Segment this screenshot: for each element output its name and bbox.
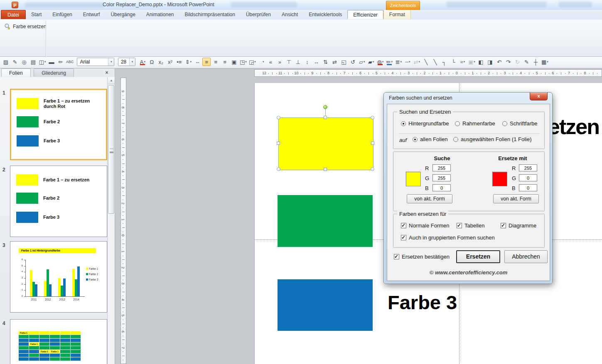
- ribbon-tab-überprüfen[interactable]: Überprüfen: [241, 10, 276, 19]
- ribbon-tab-einfügen[interactable]: Einfügen: [47, 10, 77, 19]
- search-color-swatch[interactable]: [406, 172, 421, 186]
- send-backward-icon[interactable]: ▰: [367, 58, 375, 66]
- center-horizontal-icon[interactable]: ↔: [312, 58, 320, 66]
- radio-rahmenfarbe[interactable]: Rahmenfarbe: [455, 120, 495, 127]
- scrollbar-thumb[interactable]: [108, 85, 114, 214]
- open-file-icon[interactable]: ▨: [2, 58, 10, 66]
- ribbon-tab-bildschirmpräsentation[interactable]: Bildschirmpräsentation: [179, 10, 241, 19]
- replace-confirm-button[interactable]: Ersetzen: [456, 250, 500, 263]
- resize-handle-w[interactable]: [277, 142, 280, 145]
- autofit-text-icon[interactable]: ⇔: [193, 58, 201, 66]
- ribbon-tab-ansicht[interactable]: Ansicht: [276, 10, 303, 19]
- bring-forward-icon[interactable]: ▱: [358, 58, 366, 66]
- elbow-connector-icon[interactable]: ┐: [440, 58, 448, 66]
- line-weight-icon[interactable]: ≣: [394, 58, 403, 66]
- radio-schriftfarbe[interactable]: Schriftfarbe: [502, 120, 537, 127]
- slide-text-farbe3[interactable]: Farbe 3: [388, 291, 457, 314]
- flip-vertical-icon[interactable]: ◨: [486, 58, 494, 66]
- panel-scrollbar[interactable]: ▲: [107, 77, 115, 364]
- line-icon[interactable]: ╲: [422, 58, 430, 66]
- align-left-icon[interactable]: ≡: [202, 58, 211, 66]
- format-painter-icon[interactable]: ✏: [57, 58, 65, 66]
- checkbox-auch-in-gruppierten-formen-suchen[interactable]: Auch in gruppierten Formen suchen: [401, 235, 495, 241]
- freeform-icon[interactable]: ≈: [458, 58, 467, 66]
- line-2-icon[interactable]: ╲: [431, 58, 439, 66]
- green-rectangle-shape[interactable]: [278, 195, 373, 247]
- document-icon[interactable]: ▤: [29, 58, 37, 66]
- rotation-handle[interactable]: [323, 105, 327, 109]
- align-bottom-icon[interactable]: ⊥: [294, 58, 302, 66]
- resize-handle-se[interactable]: [371, 167, 374, 171]
- search-r-input[interactable]: [432, 164, 451, 171]
- rotate-right-icon[interactable]: ↷: [504, 58, 512, 66]
- indent-decrease-icon[interactable]: «: [266, 58, 275, 66]
- distribute-horizontal-icon[interactable]: ⇄: [330, 58, 339, 66]
- shape-outline-icon[interactable]: ✏: [385, 58, 393, 66]
- radio-allen-folien[interactable]: allen Folien: [413, 136, 448, 142]
- resize-handle-n[interactable]: [324, 116, 327, 119]
- font-name-combo[interactable]: Arial ▾: [77, 58, 114, 66]
- close-panel-icon[interactable]: ×: [104, 70, 110, 76]
- scroll-up-icon[interactable]: ▲: [108, 77, 115, 84]
- arrow-style-icon[interactable]: ⇄: [413, 58, 421, 66]
- tab-slides[interactable]: Folien: [1, 68, 31, 77]
- resize-handle-ne[interactable]: [371, 116, 374, 120]
- replace-r-input[interactable]: [519, 164, 537, 171]
- slide-thumbnail-4[interactable]: Farbe 1Farbe 1Farbe 1Farbe 1: [10, 319, 107, 364]
- ribbon-tab-start[interactable]: Start: [26, 10, 47, 19]
- rotate-icon[interactable]: ↺: [349, 58, 357, 66]
- bullet-list-icon[interactable]: •≡: [175, 58, 183, 66]
- size-position-icon[interactable]: ◱: [339, 58, 348, 66]
- checkbox-ersetzen-bestätigen[interactable]: Ersetzen bestätigen: [394, 254, 450, 260]
- subscript-icon[interactable]: x₂: [157, 58, 165, 66]
- flip-horizontal-icon[interactable]: ◧: [477, 58, 485, 66]
- free-rotate-icon[interactable]: ↻: [513, 58, 521, 66]
- combine-shapes-icon[interactable]: ◌: [257, 58, 265, 66]
- ribbon-tab-animationen[interactable]: Animationen: [141, 10, 179, 19]
- picture-icon[interactable]: ▦: [541, 58, 549, 66]
- checkbox-tabellen[interactable]: Tabellen: [457, 222, 484, 229]
- symbol-icon[interactable]: Ω: [147, 58, 156, 66]
- search-from-shape-button[interactable]: von akt. Form: [407, 194, 452, 203]
- ribbon-tab-datei[interactable]: Datei: [1, 10, 26, 19]
- resize-handle-e[interactable]: [371, 142, 374, 145]
- search-g-input[interactable]: [432, 174, 451, 181]
- change-shape-icon[interactable]: ◳: [239, 58, 247, 66]
- ribbon-tab-efficienizer[interactable]: Efficienizer: [347, 10, 383, 19]
- slide-text-ersetzen-clipped[interactable]: etzen: [548, 114, 599, 139]
- text-box-icon[interactable]: ▣: [230, 58, 238, 66]
- ribbon-tab-entwicklertools[interactable]: Entwicklertools: [303, 10, 347, 19]
- checkbox-normale-formen[interactable]: Normale Formen: [401, 222, 450, 229]
- dialog-close-button[interactable]: x: [530, 93, 548, 100]
- ribbon-tab-format[interactable]: Format: [383, 10, 411, 19]
- replace-b-input[interactable]: [519, 184, 537, 191]
- resize-handle-nw[interactable]: [277, 116, 280, 120]
- shape-fill-icon[interactable]: ◍: [376, 58, 384, 66]
- dash-style-icon[interactable]: ┄: [403, 58, 412, 66]
- attachment-icon[interactable]: ◎: [20, 58, 28, 66]
- indent-increase-icon[interactable]: »: [275, 58, 284, 66]
- rotate-left-icon[interactable]: ↶: [495, 58, 503, 66]
- slide-thumbnail-2[interactable]: Farbe 1 – zu ersetzenFarbe 2Farbe 3: [10, 166, 107, 237]
- resize-handle-sw[interactable]: [277, 167, 280, 171]
- ribbon-tab-übergänge[interactable]: Übergänge: [105, 10, 140, 19]
- cancel-button[interactable]: Abbrechen: [504, 250, 548, 263]
- replace-from-shape-button[interactable]: von akt. Form: [493, 194, 539, 203]
- search-b-input[interactable]: [432, 184, 451, 191]
- tab-outline[interactable]: Gliederung: [34, 68, 74, 77]
- group-icon[interactable]: ▣: [467, 58, 476, 66]
- blue-rectangle-shape[interactable]: [278, 279, 373, 331]
- powerpoint-app-icon[interactable]: P: [12, 2, 18, 8]
- yellow-rectangle-shape[interactable]: [278, 117, 373, 170]
- align-center-icon[interactable]: ≡: [211, 58, 220, 66]
- slide-thumbnail-3[interactable]: Farbe 1 ist Hintergrundfarbe012345620112…: [10, 241, 107, 313]
- elbow-connector-2-icon[interactable]: └: [449, 58, 457, 66]
- fill-dark-icon[interactable]: ▬: [47, 58, 56, 66]
- font-size-combo[interactable]: 28 ▾: [118, 58, 135, 66]
- spelling-icon[interactable]: ABC: [66, 58, 74, 66]
- replace-color-button[interactable]: Farbe ersetzen: [2, 22, 48, 31]
- align-top-icon[interactable]: ⊤: [285, 58, 293, 66]
- ribbon-tab-entwurf[interactable]: Entwurf: [78, 10, 106, 19]
- slide-layout-icon[interactable]: ◫: [38, 58, 47, 66]
- line-spacing-icon[interactable]: ⇕: [184, 58, 192, 66]
